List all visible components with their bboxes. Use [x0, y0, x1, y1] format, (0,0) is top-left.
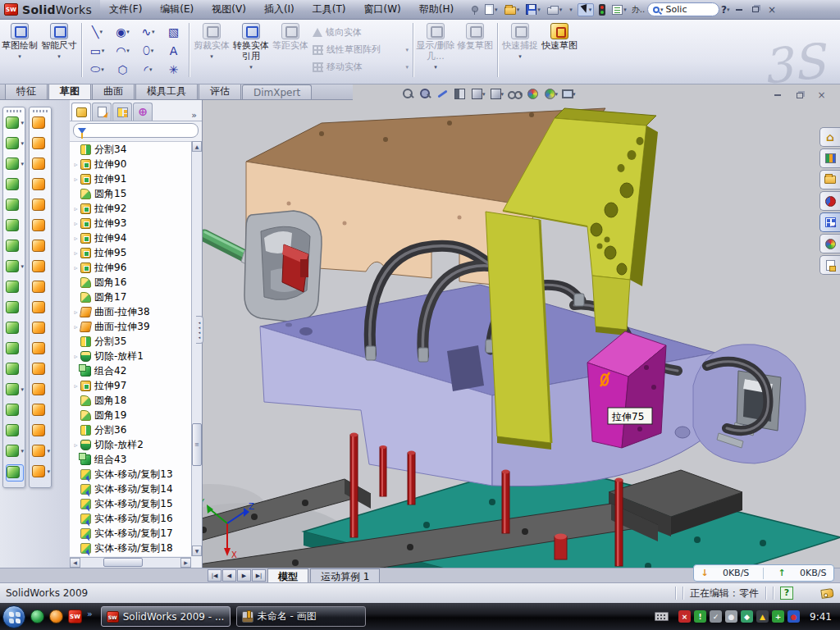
tree-item[interactable]: 实体-移动/复制16: [70, 511, 191, 526]
sketch-circle-button[interactable]: ◉▾: [110, 22, 135, 41]
display-style-button[interactable]: ▾: [489, 87, 504, 101]
keyboard-layout-icon[interactable]: [655, 612, 669, 621]
menu-item-1[interactable]: 编辑(E): [151, 0, 203, 19]
tree-item[interactable]: 组合42: [70, 363, 191, 378]
help-caret-icon[interactable]: ▾: [727, 7, 730, 13]
tree-item[interactable]: ▹曲面-拉伸38: [70, 304, 191, 319]
tool-untrim-surface[interactable]: [32, 341, 50, 358]
tool-surface-fillet[interactable]: [32, 403, 50, 420]
sketch-arc-button[interactable]: ◠▾: [110, 41, 135, 60]
trim-entities-button[interactable]: 剪裁实体▾: [192, 20, 231, 62]
cavity-insert[interactable]: [244, 211, 322, 322]
tool-spline-curve-2[interactable]: ▾: [32, 464, 50, 482]
tool-swept-boss[interactable]: [6, 177, 24, 194]
tree-vertical-scrollbar[interactable]: ▲ ≡ ▼: [191, 141, 202, 556]
toolbox-button[interactable]: [819, 191, 840, 211]
solidworks-resources-button[interactable]: ⌂: [819, 127, 840, 147]
tree-item[interactable]: ▹拉伸96: [70, 260, 191, 275]
rapid-sketch-button[interactable]: 快速草图: [540, 20, 579, 51]
expand-arrow-icon[interactable]: ▹: [71, 249, 80, 257]
tree-item[interactable]: ▹切除-放样2: [70, 437, 191, 452]
expand-arrow-icon[interactable]: ▹: [71, 323, 80, 331]
scroll-left-icon[interactable]: ◀: [70, 558, 80, 568]
expand-arrow-icon[interactable]: ▹: [71, 308, 80, 316]
tool-freeform-surface[interactable]: [32, 218, 50, 235]
tree-item[interactable]: ▹拉伸97: [70, 378, 191, 393]
toolbar-grip[interactable]: [7, 110, 21, 112]
close-button[interactable]: ×: [765, 4, 779, 16]
tool-wrap[interactable]: [6, 239, 24, 256]
tray-updater-gear-icon[interactable]: ✓: [710, 610, 722, 623]
tree-item[interactable]: 圆角15: [70, 186, 191, 201]
pattern-entities-button[interactable]: 线性草图阵列▾: [310, 41, 410, 58]
display-delete-relations-button[interactable]: 显示/删除几...▾: [416, 20, 455, 73]
smart-dimension-button[interactable]: 智能尺寸▾: [39, 20, 79, 62]
tab-configuration-manager[interactable]: [112, 103, 132, 121]
tool-spline-curve[interactable]: ▾: [6, 444, 24, 461]
tree-item[interactable]: 实体-移动/复制13: [70, 467, 191, 482]
tree-item[interactable]: ▹拉伸95: [70, 245, 191, 260]
taskbar-task-0[interactable]: SWSolidWorks 2009 - ...: [101, 606, 231, 627]
sketch-select-box-button[interactable]: ▧: [161, 22, 186, 41]
tab-dimxpert-manager[interactable]: ⊕: [133, 103, 153, 121]
tool-reference-plane[interactable]: ▾: [6, 382, 24, 399]
hide-show-items-button[interactable]: ▾: [507, 87, 523, 101]
menu-item-2[interactable]: 视图(V): [203, 0, 255, 19]
tree-filter-input[interactable]: [73, 123, 199, 138]
undo-button[interactable]: ▾: [567, 6, 574, 14]
tool-filled-surface[interactable]: [32, 198, 50, 215]
tray-volume-icon[interactable]: ●: [725, 610, 737, 623]
tray-gps-pin-icon[interactable]: ◆: [741, 610, 753, 623]
expand-arrow-icon[interactable]: ▹: [71, 220, 80, 227]
tool-lofted-surface[interactable]: [32, 157, 50, 174]
sketch-polygon-button[interactable]: ⬡: [110, 60, 135, 79]
tool-draft[interactable]: [6, 300, 24, 317]
view-orientation-button[interactable]: ▾: [470, 87, 486, 101]
tool-extend-surface[interactable]: [32, 259, 50, 276]
scroll-right-icon[interactable]: ▶: [180, 558, 191, 568]
commandtab-4[interactable]: 评估: [199, 82, 241, 99]
tool-shell[interactable]: [6, 321, 24, 338]
tool-revolved-surface[interactable]: [32, 136, 50, 153]
commandtab-1[interactable]: 草图: [48, 82, 91, 99]
menu-item-4[interactable]: 工具(T): [304, 0, 355, 19]
tag-icon[interactable]: [820, 588, 833, 599]
offset-entities-button[interactable]: 等距实体: [271, 20, 310, 51]
rebuild-traffic-light-button[interactable]: [597, 3, 607, 16]
expand-arrow-icon[interactable]: ▹: [71, 264, 80, 272]
tree-item[interactable]: ▹拉伸94: [70, 231, 191, 245]
expand-arrow-icon[interactable]: ▹: [71, 382, 80, 390]
tool-combine-bodies[interactable]: [6, 341, 24, 358]
tool-swept-surface[interactable]: [32, 116, 50, 133]
save-button[interactable]: ▾: [524, 3, 542, 16]
zoom-area-button[interactable]: [418, 87, 432, 101]
tool-thicken[interactable]: [32, 382, 50, 399]
move-entities-button[interactable]: 移动实体▾: [310, 58, 410, 75]
options-list-button[interactable]: ▾: [610, 4, 628, 16]
scrollbar-thumb[interactable]: ≡: [192, 423, 202, 466]
graphics-viewport[interactable]: X Y Z 拉伸75 ▾▾▾▾▾ × ⌂: [203, 84, 840, 568]
tree-item[interactable]: 圆角17: [70, 290, 191, 304]
expand-arrow-icon[interactable]: ▹: [71, 176, 80, 183]
quick-launch-app-icon[interactable]: [49, 609, 63, 623]
modeltab-1[interactable]: 运动算例 1: [310, 568, 380, 582]
search-input[interactable]: ▾ Solic: [647, 2, 719, 16]
first-tab-icon[interactable]: |◀: [208, 569, 221, 582]
tab-property-manager[interactable]: [92, 103, 112, 121]
expand-arrow-icon[interactable]: ▹: [71, 205, 80, 212]
tool-planar-face[interactable]: [6, 403, 24, 420]
tool-linear-pattern[interactable]: ▾: [6, 259, 24, 276]
tree-item[interactable]: 分割36: [70, 422, 191, 437]
sketch-rectangle-button[interactable]: ▭▾: [84, 41, 110, 60]
sketch-line-button[interactable]: ╲▾: [84, 22, 110, 41]
tree-item[interactable]: 组合43: [70, 452, 191, 467]
tree-item[interactable]: ▹拉伸92: [70, 201, 191, 216]
tool-ruled-surface[interactable]: [32, 300, 50, 317]
3d-scene[interactable]: X Y Z 拉伸75: [203, 84, 840, 568]
commandtab-2[interactable]: 曲面: [92, 82, 135, 99]
tree-item[interactable]: 圆角19: [70, 408, 191, 422]
menu-item-5[interactable]: 窗口(W): [354, 0, 409, 19]
tool-measure[interactable]: [6, 464, 24, 482]
tree-item[interactable]: ▹拉伸93: [70, 216, 191, 231]
doc-close-button[interactable]: ×: [815, 89, 829, 101]
